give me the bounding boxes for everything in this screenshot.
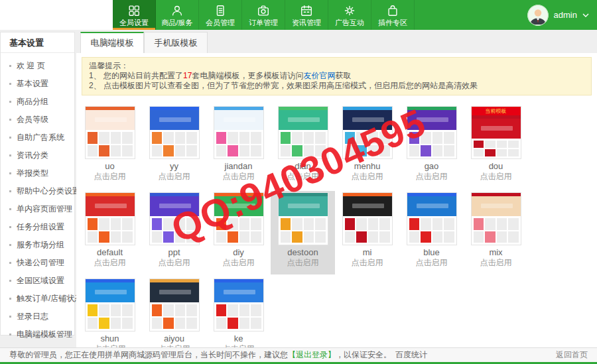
bullet-icon bbox=[9, 262, 11, 264]
youjia-site-link[interactable]: 友价官网 bbox=[303, 71, 335, 80]
template-thumbnail[interactable] bbox=[149, 192, 200, 245]
tab-mobile-template[interactable]: 手机版模板 bbox=[144, 32, 208, 53]
sidebar-item[interactable]: 单内容页面管理 bbox=[1, 200, 74, 218]
template-thumbnail[interactable] bbox=[149, 278, 200, 332]
template-thumbnail[interactable] bbox=[85, 106, 135, 159]
sidebar-item[interactable]: 自助广告系统 bbox=[1, 129, 74, 147]
sidebar-item[interactable]: 帮助中心分类设置 bbox=[1, 182, 74, 200]
sidebar-item-label: 会员等级 bbox=[17, 114, 48, 125]
template-thumbnail[interactable] bbox=[214, 192, 264, 245]
sidebar-item[interactable]: 欢 迎 页 bbox=[1, 57, 74, 75]
activate-template-link[interactable]: 点击启用 bbox=[142, 259, 206, 267]
activate-template-link[interactable]: 点击启用 bbox=[271, 259, 335, 267]
template-card: gao 点击启用 bbox=[399, 105, 464, 188]
template-thumbnail[interactable] bbox=[85, 192, 135, 245]
template-card: jiandan 点击启用 bbox=[206, 105, 271, 188]
thumb-content-blocks bbox=[86, 130, 135, 158]
thumb-content-blocks bbox=[86, 302, 135, 331]
tab-pc-template[interactable]: 电脑端模板 bbox=[80, 32, 144, 53]
template-thumbnail[interactable]: 当前模板 bbox=[471, 106, 521, 159]
thumb-hero-banner bbox=[407, 110, 456, 130]
nav-item-goods-services[interactable]: 商品/服务 bbox=[156, 0, 199, 30]
thumb-hero-banner bbox=[214, 196, 263, 216]
sidebar-item-label: 帮助中心分类设置 bbox=[17, 186, 80, 197]
template-card: mi 点击启用 bbox=[335, 191, 399, 274]
activate-template-link[interactable]: 点击启用 bbox=[142, 172, 206, 181]
thumb-hero-banner bbox=[214, 282, 263, 302]
sidebar-item[interactable]: 任务分组设置 bbox=[1, 218, 74, 236]
template-grid: uo 点击启用 yy 点击启用 jiandan 点击启用 dian 点击启 bbox=[78, 105, 597, 361]
activate-template-link[interactable]: 点击启用 bbox=[399, 259, 464, 267]
template-thumbnail[interactable] bbox=[85, 278, 135, 332]
nav-item-label: 资讯管理 bbox=[292, 19, 321, 27]
thumb-content-blocks bbox=[279, 216, 328, 245]
sidebar-item[interactable]: 基本设置 bbox=[1, 75, 74, 93]
baidu-stats-link[interactable]: 百度统计 bbox=[395, 350, 427, 359]
nav-item-global-settings[interactable]: 全局设置 bbox=[113, 0, 156, 30]
sidebar-item[interactable]: 服务市场分组 bbox=[1, 236, 74, 254]
sidebar-item[interactable]: 全国区域设置 bbox=[1, 272, 74, 290]
activate-template-link[interactable]: 点击启用 bbox=[464, 172, 528, 181]
thumb-content-blocks bbox=[214, 302, 263, 331]
template-thumbnail[interactable] bbox=[149, 106, 200, 159]
template-card: dian 点击启用 bbox=[271, 105, 335, 188]
sidebar-item[interactable]: 快递公司管理 bbox=[1, 254, 74, 272]
template-thumbnail[interactable] bbox=[214, 106, 264, 159]
template-thumbnail[interactable] bbox=[214, 278, 264, 332]
activate-template-link[interactable]: 点击启用 bbox=[206, 259, 271, 267]
template-card: diy 点击启用 bbox=[206, 191, 271, 274]
thumb-content-blocks bbox=[343, 216, 392, 245]
top-navbar: 全局设置 商品/服务 会员管理 订单管理 资讯管理 广告互动 插件专区 bbox=[0, 0, 597, 30]
bullet-icon bbox=[9, 172, 11, 174]
nav-item-plugin-zone[interactable]: 插件专区 bbox=[371, 0, 415, 30]
activate-template-link[interactable]: 点击启用 bbox=[271, 172, 335, 181]
sidebar-item-label: 商品分组 bbox=[17, 96, 48, 107]
sidebar-item-label: 登录日志 bbox=[17, 311, 48, 322]
sidebar-item[interactable]: 举报类型 bbox=[1, 164, 74, 182]
template-thumbnail[interactable] bbox=[471, 192, 521, 245]
template-name: blue bbox=[399, 248, 464, 257]
bullet-icon bbox=[9, 280, 11, 282]
template-thumbnail[interactable] bbox=[342, 106, 393, 159]
user-menu[interactable]: admin bbox=[527, 0, 589, 30]
logout-link[interactable]: 【退出登录】 bbox=[288, 350, 336, 359]
activate-template-link[interactable]: 点击启用 bbox=[78, 259, 142, 267]
nav-item-news-management[interactable]: 资讯管理 bbox=[285, 0, 328, 30]
sidebar-item-label: 资讯分类 bbox=[17, 150, 48, 161]
sidebar-item[interactable]: 登录日志 bbox=[1, 308, 74, 326]
thumb-content-blocks bbox=[279, 130, 328, 158]
bullet-icon bbox=[9, 190, 11, 192]
activate-template-link[interactable]: 点击启用 bbox=[464, 259, 528, 267]
nav-item-member-management[interactable]: 会员管理 bbox=[199, 0, 242, 30]
template-thumbnail[interactable] bbox=[407, 106, 457, 159]
activate-template-link[interactable]: 点击启用 bbox=[335, 259, 399, 267]
activate-template-link[interactable]: 点击启用 bbox=[206, 172, 271, 181]
template-thumbnail[interactable] bbox=[278, 106, 328, 159]
template-thumbnail[interactable] bbox=[278, 192, 328, 245]
thumb-content-blocks bbox=[472, 139, 521, 158]
notice-line-2: 2、 点击模板图片可以查看全图，但为了节省您的带宽，效果图采用高压缩模式，但启用… bbox=[89, 81, 584, 91]
activate-template-link[interactable]: 点击启用 bbox=[78, 172, 142, 181]
activate-template-link[interactable]: 点击启用 bbox=[399, 172, 464, 181]
template-name: shun bbox=[78, 334, 142, 343]
sidebar-item[interactable]: 会员等级 bbox=[1, 111, 74, 129]
nav-item-ad-interaction[interactable]: 广告互动 bbox=[328, 0, 371, 30]
template-thumbnail[interactable] bbox=[407, 192, 457, 245]
bullet-icon bbox=[9, 119, 11, 121]
thumb-content-blocks bbox=[150, 130, 199, 158]
sidebar-item[interactable]: 触发订单/店铺状态 bbox=[1, 290, 74, 308]
back-home-link[interactable]: 返回首页 bbox=[556, 349, 588, 361]
template-thumbnail[interactable] bbox=[342, 192, 393, 245]
bullet-icon bbox=[9, 65, 11, 67]
sidebar-item[interactable]: 资讯分类 bbox=[1, 147, 74, 164]
template-card: ppt 点击启用 bbox=[142, 191, 206, 274]
bullet-icon bbox=[9, 226, 11, 228]
gear-icon bbox=[343, 4, 356, 17]
sidebar-item[interactable]: 电脑端模板管理 bbox=[1, 326, 74, 343]
sidebar-item[interactable]: 商品分组 bbox=[1, 93, 74, 111]
template-name: yy bbox=[142, 162, 206, 171]
template-name: gao bbox=[399, 162, 464, 171]
sidebar-item-label: 任务分组设置 bbox=[17, 221, 64, 233]
activate-template-link[interactable]: 点击启用 bbox=[335, 172, 399, 181]
nav-item-order-management[interactable]: 订单管理 bbox=[242, 0, 285, 30]
